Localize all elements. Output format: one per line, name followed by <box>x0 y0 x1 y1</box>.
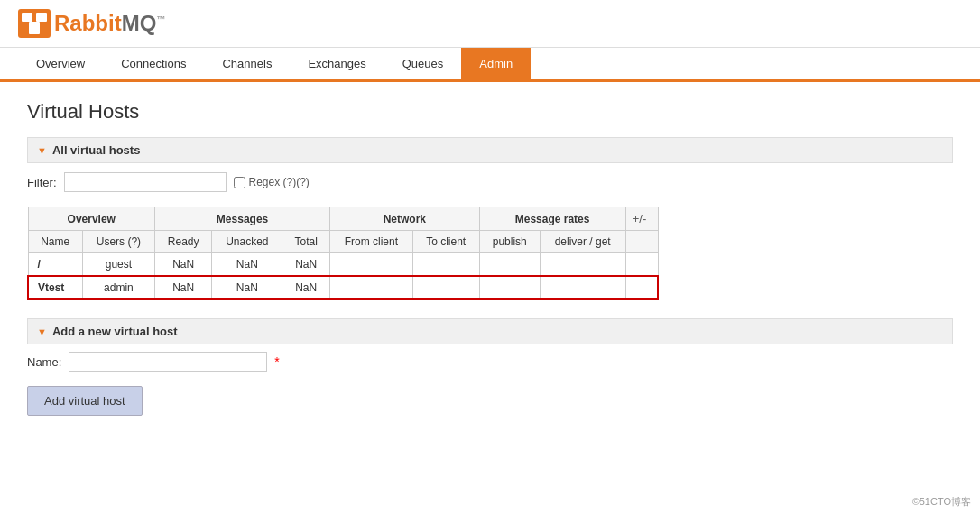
add-vhost-title: Add a new virtual host <box>52 325 178 338</box>
table-cell <box>625 276 658 299</box>
svg-rect-3 <box>29 22 40 34</box>
new-vhost-name-label: Name: <box>27 355 61 369</box>
table-cell: NaN <box>212 276 282 299</box>
new-vhost-name-row: Name: * <box>27 344 953 379</box>
table-cell <box>412 276 479 299</box>
vhosts-table: Overview Messages Network Message rates … <box>27 207 659 300</box>
nav-connections[interactable]: Connections <box>103 48 204 79</box>
nav-exchanges[interactable]: Exchanges <box>290 48 384 79</box>
table-cell <box>540 253 625 277</box>
add-vhost-button[interactable]: Add virtual host <box>27 386 143 416</box>
filter-row: Filter: Regex (?)(?) <box>27 163 953 201</box>
svg-rect-1 <box>22 13 32 22</box>
add-vhost-header: ▼ Add a new virtual host <box>27 318 953 344</box>
table-cell <box>412 253 479 277</box>
logo-text: RabbitMQ™ <box>54 11 165 36</box>
vhosts-table-wrapper: Overview Messages Network Message rates … <box>27 207 953 300</box>
svg-rect-2 <box>36 13 47 22</box>
filter-input[interactable] <box>64 172 227 192</box>
col-to-client: To client <box>412 231 479 253</box>
content: Virtual Hosts ▼ All virtual hosts Filter… <box>0 82 980 452</box>
table-cell: admin <box>82 276 154 299</box>
table-cell <box>330 276 413 299</box>
all-vhosts-section: ▼ All virtual hosts Filter: Regex (?)(?)… <box>27 137 953 300</box>
logo: RabbitMQ™ <box>18 9 165 38</box>
group-header-messages: Messages <box>155 207 330 231</box>
table-row[interactable]: /guestNaNNaNNaN <box>28 253 658 277</box>
nav-queues[interactable]: Queues <box>384 48 462 79</box>
group-header-overview: Overview <box>28 207 155 231</box>
vhost-name-cell: / <box>28 253 82 277</box>
filter-label: Filter: <box>27 176 57 189</box>
col-from-client: From client <box>330 231 413 253</box>
regex-text: Regex (?)(?) <box>249 176 310 188</box>
col-extra <box>625 231 658 253</box>
table-cell <box>330 253 413 277</box>
table-cell: guest <box>82 253 154 277</box>
table-cell <box>479 276 540 299</box>
col-users: Users (?) <box>82 231 154 253</box>
table-row[interactable]: VtestadminNaNNaNNaN <box>28 276 658 299</box>
regex-checkbox[interactable] <box>234 177 245 188</box>
header: RabbitMQ™ <box>0 0 980 48</box>
all-vhosts-header: ▼ All virtual hosts <box>27 137 953 163</box>
all-vhosts-title: All virtual hosts <box>52 143 141 157</box>
table-cell <box>479 253 540 277</box>
table-cell: NaN <box>282 253 330 277</box>
table-cell <box>540 276 625 299</box>
col-deliver-get: deliver / get <box>540 231 625 253</box>
col-name: Name <box>28 231 82 253</box>
add-vhost-collapse-icon[interactable]: ▼ <box>37 326 47 337</box>
table-cell <box>625 253 658 277</box>
nav-channels[interactable]: Channels <box>204 48 290 79</box>
required-star: * <box>274 354 279 369</box>
table-cell: NaN <box>155 276 212 299</box>
col-ready: Ready <box>155 231 212 253</box>
table-cell: NaN <box>212 253 282 277</box>
group-header-network: Network <box>330 207 480 231</box>
collapse-arrow-icon[interactable]: ▼ <box>37 145 47 156</box>
new-vhost-name-input[interactable] <box>69 352 267 372</box>
vhost-name-cell: Vtest <box>28 276 82 299</box>
col-unacked: Unacked <box>212 231 282 253</box>
table-cell: NaN <box>155 253 212 277</box>
nav-admin[interactable]: Admin <box>461 48 531 79</box>
main-nav: Overview Connections Channels Exchanges … <box>0 48 980 82</box>
rabbitmq-logo-icon <box>18 9 51 38</box>
col-publish: publish <box>479 231 540 253</box>
add-vhost-section: ▼ Add a new virtual host Name: * Add vir… <box>27 318 953 416</box>
page-title: Virtual Hosts <box>27 100 953 124</box>
nav-overview[interactable]: Overview <box>18 48 103 79</box>
plus-minus[interactable]: +/- <box>625 207 658 231</box>
table-cell: NaN <box>282 276 330 299</box>
group-header-message-rates: Message rates <box>479 207 625 231</box>
regex-label: Regex (?)(?) <box>234 176 310 188</box>
col-total: Total <box>282 231 330 253</box>
